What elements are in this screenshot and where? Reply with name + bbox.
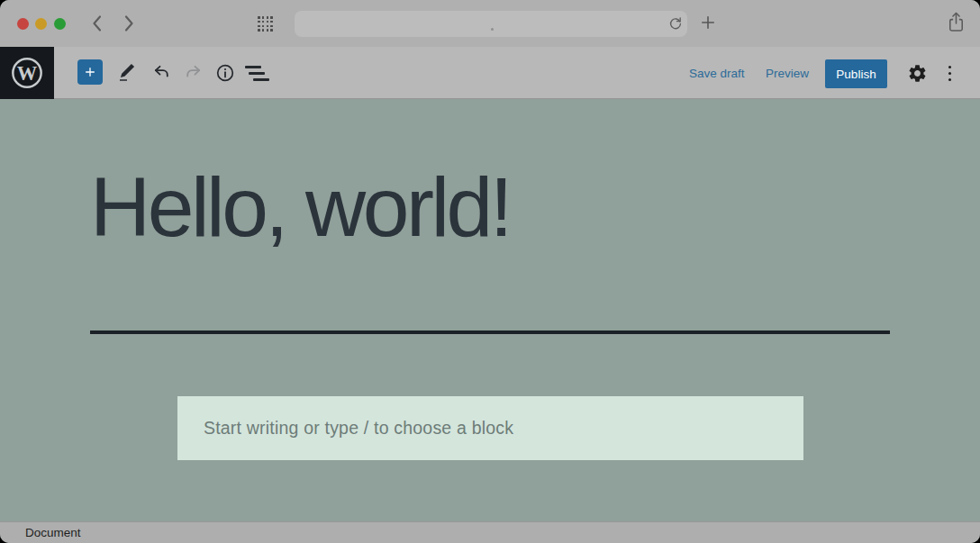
zoom-window-button[interactable] <box>54 18 66 30</box>
forward-button[interactable] <box>118 13 140 34</box>
wordpress-logo-icon: W <box>9 55 45 91</box>
back-chevron-icon <box>89 14 105 33</box>
settings-button[interactable] <box>901 57 933 89</box>
editor-header: W <box>0 47 980 99</box>
publish-button[interactable]: Publish <box>825 59 887 88</box>
share-button[interactable] <box>945 11 966 34</box>
address-bar-input[interactable] <box>295 11 687 37</box>
address-bar-placeholder-dot <box>491 28 494 31</box>
tab-overview-button[interactable] <box>258 16 273 32</box>
list-view-button[interactable] <box>241 57 274 89</box>
options-button[interactable] <box>933 57 966 89</box>
save-draft-button[interactable]: Save draft <box>689 67 745 80</box>
post-title-input[interactable]: Hello, world! <box>90 166 510 249</box>
new-tab-button[interactable] <box>698 14 718 33</box>
browser-toolbar <box>0 0 980 47</box>
options-ellipsis-icon <box>948 66 951 81</box>
back-button[interactable] <box>86 13 108 34</box>
tools-pencil-icon <box>116 62 138 84</box>
breadcrumb-document[interactable]: Document <box>25 526 81 539</box>
info-icon <box>214 62 236 84</box>
block-placeholder-text: Start writing or type / to choose a bloc… <box>204 418 513 439</box>
share-icon <box>946 11 966 33</box>
preview-button[interactable]: Preview <box>766 67 809 80</box>
new-tab-plus-icon <box>699 14 717 32</box>
empty-paragraph-block[interactable]: Start writing or type / to choose a bloc… <box>177 396 803 460</box>
editor-canvas: Hello, world! Start writing or type / to… <box>0 99 980 521</box>
block-inserter-plus-icon <box>83 63 97 81</box>
redo-arrow-icon <box>182 62 205 84</box>
undo-arrow-icon <box>150 62 173 84</box>
reload-icon <box>667 15 684 32</box>
details-button[interactable] <box>209 57 241 89</box>
block-inserter-button[interactable] <box>77 59 103 85</box>
undo-button[interactable] <box>145 57 177 89</box>
close-window-button[interactable] <box>17 18 29 30</box>
separator-block[interactable] <box>90 330 890 334</box>
tab-grid-icon <box>258 16 260 19</box>
svg-text:W: W <box>17 62 38 85</box>
minimize-window-button[interactable] <box>35 18 47 30</box>
wordpress-logo-button[interactable]: W <box>0 47 54 99</box>
reload-button[interactable] <box>667 15 685 33</box>
editor-footer: Document <box>0 521 980 543</box>
tools-button[interactable] <box>111 57 143 89</box>
redo-button <box>177 57 210 89</box>
browser-window: W <box>0 0 980 543</box>
forward-chevron-icon <box>121 14 137 33</box>
settings-gear-icon <box>907 63 928 84</box>
list-view-icon <box>245 66 270 81</box>
